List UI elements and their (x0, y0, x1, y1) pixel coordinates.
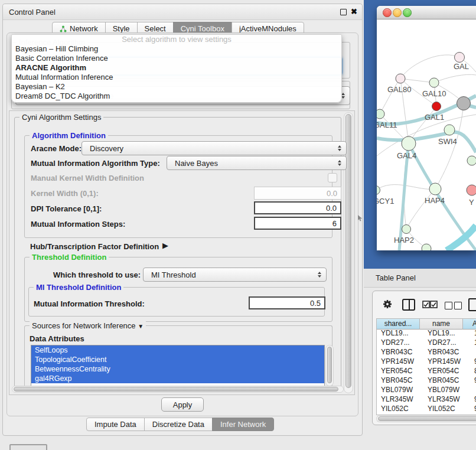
mi-threshold-field[interactable]: 0.5 (249, 296, 325, 309)
table-row[interactable]: YDL19...YDL19...13 (377, 328, 476, 338)
table-row[interactable]: YBL079WYBL079W (377, 385, 476, 394)
dropdown-item-dream8[interactable]: Dream8 DC_TDC Algorithm (12, 92, 341, 101)
table-cell[interactable]: YER054C (423, 366, 470, 376)
table-cell[interactable]: 13 (470, 328, 476, 338)
tab-discretize-data[interactable]: Discretize Data (144, 418, 213, 431)
zoom-traffic-light-icon[interactable] (403, 8, 412, 17)
table-cell[interactable]: YPR145W (423, 357, 470, 366)
table-row[interactable]: YBR045CYBR045C9. (377, 376, 476, 385)
settings-gear-icon[interactable] (382, 299, 393, 309)
node-swi4[interactable] (444, 125, 455, 135)
kernel-width-field[interactable]: 0.0 (254, 187, 341, 200)
collapse-down-icon[interactable]: ▼ (138, 323, 144, 330)
node-gal-top[interactable] (455, 53, 465, 63)
table-cell[interactable]: 9. (470, 404, 476, 413)
apply-button[interactable]: Apply (161, 397, 204, 412)
list-item-betweennesscentrality[interactable]: BetweennessCentrality (31, 364, 324, 374)
table-cell[interactable]: YBR043C (377, 347, 423, 357)
scrollbar-thumb[interactable] (378, 416, 476, 421)
table-cell[interactable]: 9. (470, 357, 476, 366)
node-right-partial[interactable] (467, 156, 476, 165)
table-row[interactable]: YIL052CYIL052C9. (377, 404, 476, 413)
node-hap4[interactable] (429, 183, 441, 195)
scrollbar-thumb[interactable] (327, 347, 332, 383)
node-bottom-partial[interactable] (422, 244, 431, 250)
table-row[interactable]: YER054CYER054C8. (377, 366, 476, 376)
network-canvas[interactable]: GAL GAL80 GAL10 GAL1 GAL11 SWI4 GAL4 GCY… (377, 19, 476, 250)
table-cell[interactable]: YBL079W (377, 385, 423, 394)
expand-right-icon[interactable]: ▶ (162, 241, 168, 250)
document-icon[interactable] (468, 298, 476, 311)
node-gray[interactable] (457, 97, 471, 110)
aracne-mode-combobox[interactable]: Discovery (81, 141, 347, 155)
list-item-selfloops[interactable]: SelfLoops (31, 345, 324, 355)
table-cell[interactable]: YER054C (377, 366, 423, 376)
dpi-tolerance-field[interactable]: 0.0 (254, 201, 341, 214)
list-item-gal4rgexp[interactable]: gal4RGexp (31, 374, 324, 383)
node-salmon[interactable] (467, 185, 476, 195)
list-vertical-scrollbar[interactable] (325, 345, 334, 386)
table-cell[interactable]: YBL079W (423, 385, 470, 394)
minimized-panel-stub[interactable] (9, 444, 47, 450)
table-cell[interactable]: YBR045C (423, 376, 470, 385)
close-traffic-light-icon[interactable] (383, 8, 392, 17)
tab-label: Infer Network (220, 420, 266, 429)
node-gcy1[interactable] (377, 186, 380, 195)
manual-kernel-checkbox[interactable] (328, 173, 337, 182)
node-gal10[interactable] (429, 78, 439, 87)
table-horizontal-scrollbar[interactable] (376, 415, 476, 422)
node-gal1[interactable] (432, 102, 441, 111)
table-cell[interactable]: 8. (470, 366, 476, 376)
node-table: shared... name A YDL19...YDL19...13 YDR2… (376, 318, 476, 415)
table-cell[interactable]: YBR043C (423, 347, 470, 357)
float-window-icon[interactable] (340, 9, 347, 15)
table-cell[interactable]: 12 (470, 338, 476, 347)
select-all-columns-icon[interactable] (422, 300, 438, 311)
table-cell[interactable]: YIL052C (423, 404, 470, 413)
table-cell[interactable] (470, 385, 476, 394)
table-cell[interactable]: YLR345W (423, 394, 470, 404)
settings-horizontal-scrollbar[interactable] (12, 386, 344, 393)
scrollbar-thumb[interactable] (14, 387, 338, 392)
table-row[interactable]: YDR27...YDR27...12 (377, 338, 476, 347)
network-window-titlebar[interactable] (377, 6, 476, 19)
sources-title[interactable]: Sources for Network Inference ▼ (30, 321, 146, 330)
minimize-traffic-light-icon[interactable] (393, 8, 402, 17)
table-row[interactable]: YPR145WYPR145W9. (377, 357, 476, 366)
node-hap2[interactable] (402, 225, 411, 234)
table-row[interactable]: YLR345WYLR345W9. (377, 394, 476, 404)
table-cell[interactable]: 9. (470, 394, 476, 404)
table-cell[interactable]: YDR27... (377, 338, 423, 347)
table-cell[interactable]: YDL19... (423, 328, 470, 338)
node-gal11[interactable] (377, 109, 384, 119)
table-cell[interactable]: YIL052C (377, 404, 423, 413)
mi-steps-field[interactable]: 6 (254, 217, 341, 230)
dropdown-item-bayesian-hill-climbing[interactable]: Bayesian – Hill Climbing (12, 44, 341, 54)
hub-definition-label[interactable]: Hub/Transcription Factor Definition (30, 242, 159, 251)
dropdown-item-bayesian-k2[interactable]: Bayesian – K2 (12, 82, 341, 92)
dropdown-item-aracne[interactable]: ARACNE Algorithm (12, 63, 341, 73)
close-icon[interactable]: ✖ (351, 7, 357, 16)
list-item-topologicalcoefficient[interactable]: TopologicalCoefficient (31, 355, 324, 364)
tab-impute-data[interactable]: Impute Data (86, 418, 145, 431)
node-label: GCY1 (377, 197, 394, 206)
table-cell[interactable]: YLR345W (377, 394, 423, 404)
table-cell[interactable]: 9. (470, 376, 476, 385)
dropdown-item-basic-correlation[interactable]: Basic Correlation Inference (12, 54, 341, 63)
scrollbar-thumb[interactable] (345, 114, 351, 388)
table-cell[interactable]: YBR045C (377, 376, 423, 385)
node-gal80[interactable] (396, 74, 405, 83)
node-gal4[interactable] (402, 136, 416, 151)
table-cell[interactable]: YDR27... (423, 338, 470, 347)
mi-type-combobox[interactable]: Naive Bayes (167, 156, 347, 170)
dropdown-item-mutual-information[interactable]: Mutual Information Inference (12, 73, 341, 82)
table-row[interactable]: YBR043CYBR043C (377, 347, 476, 357)
which-threshold-combobox[interactable]: MI Threshold (143, 268, 327, 282)
table-panel: shared... name A YDL19...YDL19...13 YDR2… (372, 291, 476, 425)
table-cell[interactable]: YDL19... (377, 328, 423, 338)
deselect-all-columns-icon[interactable] (445, 300, 464, 311)
table-cell[interactable]: YPR145W (377, 357, 423, 366)
tab-infer-network[interactable]: Infer Network (212, 418, 274, 431)
split-columns-icon[interactable] (402, 299, 415, 311)
table-cell[interactable] (470, 347, 476, 357)
